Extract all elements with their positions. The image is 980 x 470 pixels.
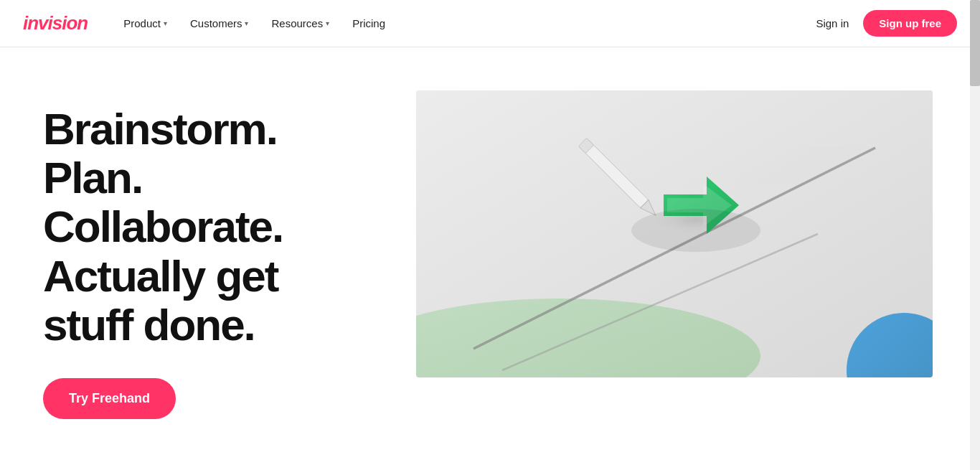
headline-line-5: stuff done. [43,300,255,349]
hero-headline: Brainstorm. Plan. Collaborate. Actually … [43,105,387,349]
nav-links: Product ▾ Customers ▾ Resources ▾ Pricin… [113,11,816,35]
nav-resources-label: Resources [271,17,323,29]
nav-resources[interactable]: Resources ▾ [261,11,339,35]
scrollbar-thumb[interactable] [970,0,980,86]
svg-point-10 [631,209,760,252]
nav-product[interactable]: Product ▾ [113,11,177,35]
chevron-down-icon: ▾ [164,19,167,27]
signup-button[interactable]: Sign up free [863,10,957,37]
try-freehand-button[interactable]: Try Freehand [43,378,176,419]
logo-text: invision [23,12,88,34]
hero-section: Brainstorm. Plan. Collaborate. Actually … [0,47,980,470]
nav-customers[interactable]: Customers ▾ [180,11,259,35]
scrollbar[interactable] [970,0,980,470]
signin-link[interactable]: Sign in [816,17,849,29]
nav-right: Sign in Sign up free [816,10,957,37]
headline-line-1: Brainstorm. [43,104,277,154]
headline-line-3: Collaborate. [43,202,283,251]
nav-product-label: Product [123,17,161,29]
headline-line-2: Plan. [43,153,142,202]
hero-right [416,90,933,377]
hero-illustration [416,90,933,377]
chevron-down-icon: ▾ [326,19,329,27]
navbar: invision Product ▾ Customers ▾ Resources… [0,0,980,47]
nav-pricing-label: Pricing [352,17,385,29]
nav-customers-label: Customers [190,17,242,29]
nav-pricing[interactable]: Pricing [342,11,395,35]
chevron-down-icon: ▾ [245,19,248,27]
headline-line-4: Actually get [43,251,278,301]
hero-left: Brainstorm. Plan. Collaborate. Actually … [43,90,387,419]
hero-image [416,90,933,377]
logo[interactable]: invision [23,12,88,34]
